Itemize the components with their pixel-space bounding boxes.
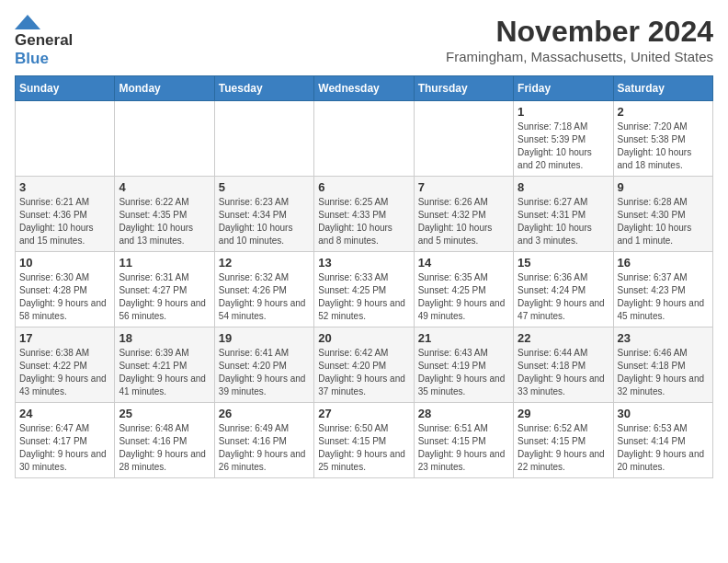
weekday-header-row: SundayMondayTuesdayWednesdayThursdayFrid… xyxy=(16,76,713,101)
day-number: 1 xyxy=(518,105,609,119)
calendar-week-row: 3Sunrise: 6:21 AM Sunset: 4:36 PM Daylig… xyxy=(16,177,713,252)
day-number: 22 xyxy=(518,331,609,345)
day-number: 15 xyxy=(518,256,609,270)
day-info: Sunrise: 6:39 AM Sunset: 4:21 PM Dayligh… xyxy=(119,347,210,398)
day-info: Sunrise: 6:41 AM Sunset: 4:20 PM Dayligh… xyxy=(219,347,310,398)
calendar-day-cell: 3Sunrise: 6:21 AM Sunset: 4:36 PM Daylig… xyxy=(16,177,115,252)
day-number: 26 xyxy=(219,407,310,420)
day-info: Sunrise: 6:33 AM Sunset: 4:25 PM Dayligh… xyxy=(318,271,409,323)
calendar-day-cell xyxy=(214,101,313,177)
day-info: Sunrise: 6:25 AM Sunset: 4:33 PM Dayligh… xyxy=(318,196,409,247)
weekday-header-monday: Monday xyxy=(115,76,214,101)
day-number: 21 xyxy=(418,331,509,345)
calendar-week-row: 10Sunrise: 6:30 AM Sunset: 4:28 PM Dayli… xyxy=(16,252,713,327)
calendar-day-cell: 30Sunrise: 6:53 AM Sunset: 4:14 PM Dayli… xyxy=(613,403,712,478)
day-info: Sunrise: 7:20 AM Sunset: 5:38 PM Dayligh… xyxy=(618,121,709,172)
day-number: 28 xyxy=(418,407,509,420)
calendar-header: SundayMondayTuesdayWednesdayThursdayFrid… xyxy=(16,76,713,101)
calendar-week-row: 24Sunrise: 6:47 AM Sunset: 4:17 PM Dayli… xyxy=(16,403,713,478)
calendar-day-cell: 9Sunrise: 6:28 AM Sunset: 4:30 PM Daylig… xyxy=(613,177,712,252)
calendar-day-cell: 10Sunrise: 6:30 AM Sunset: 4:28 PM Dayli… xyxy=(16,252,115,327)
day-info: Sunrise: 6:44 AM Sunset: 4:18 PM Dayligh… xyxy=(518,347,609,398)
day-number: 23 xyxy=(618,331,709,345)
day-info: Sunrise: 6:28 AM Sunset: 4:30 PM Dayligh… xyxy=(618,196,709,247)
calendar-week-row: 1Sunrise: 7:18 AM Sunset: 5:39 PM Daylig… xyxy=(16,101,713,177)
day-number: 17 xyxy=(19,331,110,345)
day-info: Sunrise: 6:38 AM Sunset: 4:22 PM Dayligh… xyxy=(19,347,110,398)
calendar-day-cell: 20Sunrise: 6:42 AM Sunset: 4:20 PM Dayli… xyxy=(314,327,414,403)
calendar-week-row: 17Sunrise: 6:38 AM Sunset: 4:22 PM Dayli… xyxy=(16,327,713,403)
day-info: Sunrise: 6:31 AM Sunset: 4:27 PM Dayligh… xyxy=(119,271,210,323)
day-number: 24 xyxy=(19,407,110,420)
calendar-day-cell xyxy=(314,101,414,177)
calendar-day-cell xyxy=(16,101,115,177)
day-number: 20 xyxy=(318,331,409,345)
calendar-day-cell: 6Sunrise: 6:25 AM Sunset: 4:33 PM Daylig… xyxy=(314,177,414,252)
calendar-day-cell xyxy=(115,101,214,177)
calendar-day-cell: 12Sunrise: 6:32 AM Sunset: 4:26 PM Dayli… xyxy=(214,252,313,327)
calendar-day-cell: 14Sunrise: 6:35 AM Sunset: 4:25 PM Dayli… xyxy=(414,252,513,327)
day-number: 27 xyxy=(318,407,409,420)
calendar-day-cell: 5Sunrise: 6:23 AM Sunset: 4:34 PM Daylig… xyxy=(214,177,313,252)
day-info: Sunrise: 6:47 AM Sunset: 4:17 PM Dayligh… xyxy=(19,422,110,474)
calendar-day-cell: 13Sunrise: 6:33 AM Sunset: 4:25 PM Dayli… xyxy=(314,252,414,327)
title-section: November 2024 Framingham, Massachusetts,… xyxy=(446,15,713,64)
calendar-day-cell: 17Sunrise: 6:38 AM Sunset: 4:22 PM Dayli… xyxy=(16,327,115,403)
day-info: Sunrise: 6:36 AM Sunset: 4:24 PM Dayligh… xyxy=(518,271,609,323)
calendar-day-cell: 29Sunrise: 6:52 AM Sunset: 4:15 PM Dayli… xyxy=(514,403,613,478)
weekday-header-friday: Friday xyxy=(514,76,613,101)
day-number: 11 xyxy=(119,256,210,270)
weekday-header-thursday: Thursday xyxy=(414,76,513,101)
day-number: 14 xyxy=(418,256,509,270)
day-info: Sunrise: 6:48 AM Sunset: 4:16 PM Dayligh… xyxy=(119,422,210,474)
calendar-day-cell: 25Sunrise: 6:48 AM Sunset: 4:16 PM Dayli… xyxy=(115,403,214,478)
calendar-day-cell: 24Sunrise: 6:47 AM Sunset: 4:17 PM Dayli… xyxy=(16,403,115,478)
month-year-title: November 2024 xyxy=(446,15,713,49)
day-info: Sunrise: 6:49 AM Sunset: 4:16 PM Dayligh… xyxy=(219,422,310,474)
location-subtitle: Framingham, Massachusetts, United States xyxy=(446,49,713,64)
day-info: Sunrise: 6:37 AM Sunset: 4:23 PM Dayligh… xyxy=(618,271,709,323)
day-info: Sunrise: 6:21 AM Sunset: 4:36 PM Dayligh… xyxy=(19,196,110,247)
calendar-day-cell: 2Sunrise: 7:20 AM Sunset: 5:38 PM Daylig… xyxy=(613,101,712,177)
calendar-day-cell: 18Sunrise: 6:39 AM Sunset: 4:21 PM Dayli… xyxy=(115,327,214,403)
day-info: Sunrise: 6:32 AM Sunset: 4:26 PM Dayligh… xyxy=(219,271,310,323)
day-info: Sunrise: 6:43 AM Sunset: 4:19 PM Dayligh… xyxy=(418,347,509,398)
day-number: 30 xyxy=(618,407,709,420)
day-info: Sunrise: 6:53 AM Sunset: 4:14 PM Dayligh… xyxy=(618,422,709,474)
calendar-day-cell: 19Sunrise: 6:41 AM Sunset: 4:20 PM Dayli… xyxy=(214,327,313,403)
calendar-day-cell xyxy=(414,101,513,177)
day-info: Sunrise: 7:18 AM Sunset: 5:39 PM Dayligh… xyxy=(518,121,609,172)
calendar-day-cell: 22Sunrise: 6:44 AM Sunset: 4:18 PM Dayli… xyxy=(514,327,613,403)
day-number: 7 xyxy=(418,180,509,194)
calendar-day-cell: 28Sunrise: 6:51 AM Sunset: 4:15 PM Dayli… xyxy=(414,403,513,478)
weekday-header-wednesday: Wednesday xyxy=(314,76,414,101)
day-info: Sunrise: 6:26 AM Sunset: 4:32 PM Dayligh… xyxy=(418,196,509,247)
day-number: 5 xyxy=(219,180,310,194)
logo-blue: Blue xyxy=(15,50,49,68)
calendar-day-cell: 8Sunrise: 6:27 AM Sunset: 4:31 PM Daylig… xyxy=(514,177,613,252)
calendar-day-cell: 7Sunrise: 6:26 AM Sunset: 4:32 PM Daylig… xyxy=(414,177,513,252)
day-info: Sunrise: 6:52 AM Sunset: 4:15 PM Dayligh… xyxy=(518,422,609,474)
logo-general: General xyxy=(15,31,73,50)
day-number: 3 xyxy=(19,180,110,194)
day-number: 19 xyxy=(219,331,310,345)
day-number: 10 xyxy=(19,256,110,270)
day-number: 9 xyxy=(618,180,709,194)
day-info: Sunrise: 6:50 AM Sunset: 4:15 PM Dayligh… xyxy=(318,422,409,474)
day-info: Sunrise: 6:35 AM Sunset: 4:25 PM Dayligh… xyxy=(418,271,509,323)
svg-marker-0 xyxy=(15,15,40,29)
day-number: 18 xyxy=(119,331,210,345)
day-number: 2 xyxy=(618,105,709,119)
calendar-day-cell: 16Sunrise: 6:37 AM Sunset: 4:23 PM Dayli… xyxy=(613,252,712,327)
day-number: 12 xyxy=(219,256,310,270)
logo: General Blue xyxy=(15,15,73,68)
calendar-body: 1Sunrise: 7:18 AM Sunset: 5:39 PM Daylig… xyxy=(16,101,713,478)
day-number: 6 xyxy=(318,180,409,194)
day-number: 8 xyxy=(518,180,609,194)
day-info: Sunrise: 6:46 AM Sunset: 4:18 PM Dayligh… xyxy=(618,347,709,398)
calendar-day-cell: 4Sunrise: 6:22 AM Sunset: 4:35 PM Daylig… xyxy=(115,177,214,252)
weekday-header-saturday: Saturday xyxy=(613,76,712,101)
calendar-day-cell: 11Sunrise: 6:31 AM Sunset: 4:27 PM Dayli… xyxy=(115,252,214,327)
day-number: 25 xyxy=(119,407,210,420)
day-number: 4 xyxy=(119,180,210,194)
